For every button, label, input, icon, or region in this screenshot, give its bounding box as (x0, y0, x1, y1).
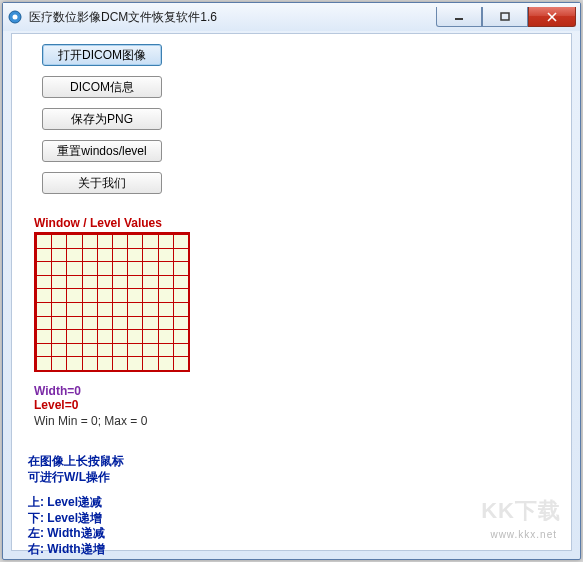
wl-heading: Window / Level Values (34, 216, 162, 230)
about-button[interactable]: 关于我们 (42, 172, 162, 194)
button-column: 打开DICOM图像 DICOM信息 保存为PNG 重置windos/level … (42, 44, 162, 194)
client-area: 打开DICOM图像 DICOM信息 保存为PNG 重置windos/level … (11, 33, 572, 551)
minimize-button[interactable] (436, 7, 482, 27)
window-controls (436, 7, 576, 27)
svg-rect-3 (501, 13, 509, 20)
watermark-logo: KK下载 (481, 496, 561, 526)
close-button[interactable] (528, 7, 576, 27)
watermark-url: www.kkx.net (490, 529, 557, 540)
level-value: Level=0 (34, 398, 147, 412)
wl-grid-lines (36, 234, 188, 370)
instr-line-1: 在图像上长按鼠标 (28, 454, 124, 470)
svg-point-1 (13, 15, 18, 20)
maximize-button[interactable] (482, 7, 528, 27)
dicom-info-button[interactable]: DICOM信息 (42, 76, 162, 98)
window-title: 医疗数位影像DCM文件恢复软件1.6 (29, 9, 217, 26)
instructions: 在图像上长按鼠标 可进行W/L操作 上: Level递减 下: Level递增 … (28, 454, 124, 558)
titlebar: 医疗数位影像DCM文件恢复软件1.6 (3, 3, 580, 31)
wl-grid[interactable] (34, 232, 190, 372)
open-dicom-button[interactable]: 打开DICOM图像 (42, 44, 162, 66)
minmax-value: Win Min = 0; Max = 0 (34, 414, 147, 428)
svg-rect-2 (455, 18, 463, 20)
instr-up: 上: Level递减 (28, 495, 124, 511)
app-window: 医疗数位影像DCM文件恢复软件1.6 打开DICOM图像 DICOM信息 保存为… (2, 2, 581, 560)
reset-wl-button[interactable]: 重置windos/level (42, 140, 162, 162)
app-icon (7, 9, 23, 25)
instr-left: 左: Width递减 (28, 526, 124, 542)
instr-down: 下: Level递增 (28, 511, 124, 527)
width-value: Width=0 (34, 384, 147, 398)
save-png-button[interactable]: 保存为PNG (42, 108, 162, 130)
instr-line-2: 可进行W/L操作 (28, 470, 124, 486)
wl-values: Width=0 Level=0 Win Min = 0; Max = 0 (34, 384, 147, 428)
instr-right: 右: Width递增 (28, 542, 124, 558)
